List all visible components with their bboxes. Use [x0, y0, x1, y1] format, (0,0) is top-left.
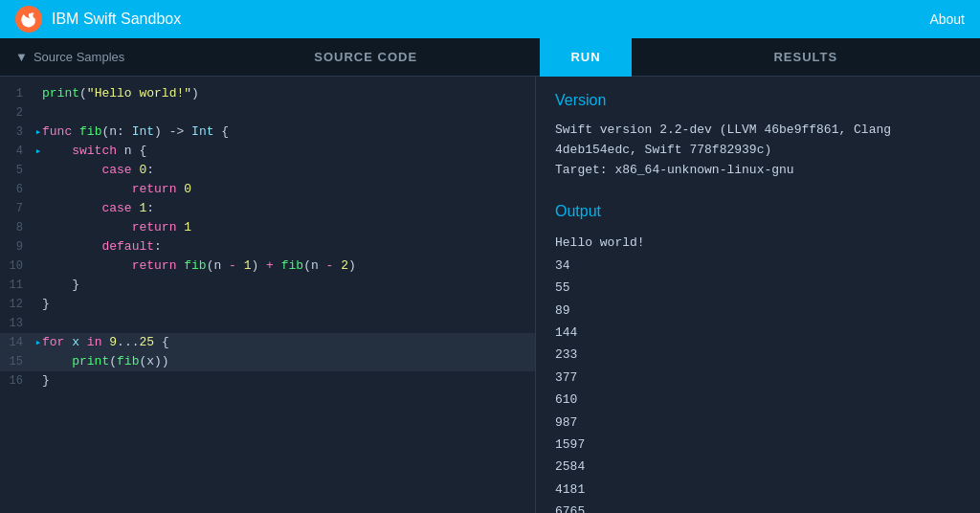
app-header: IBM Swift Sandbox About [0, 0, 980, 38]
output-line: 89 [555, 300, 961, 322]
version-title: Version [555, 92, 961, 109]
source-samples-dropdown[interactable]: ▼ Source Samples [0, 50, 191, 64]
output-line: 377 [555, 367, 961, 389]
about-button[interactable]: About [929, 11, 965, 27]
code-line-5: 5 case 0: [0, 161, 535, 180]
output-line: 6765 [555, 501, 961, 513]
code-line-3: 3 ▸ func fib(n: Int) -> Int { [0, 123, 535, 142]
code-line-14: 14 ▸ for x in 9...25 { [0, 333, 535, 352]
code-line-11: 11 } [0, 276, 535, 295]
code-line-13: 13 [0, 314, 535, 333]
output-line: 144 [555, 322, 961, 344]
code-line-10: 10 return fib(n - 1) + fib(n - 2) [0, 256, 535, 276]
output-line: 987 [555, 412, 961, 434]
code-line-2: 2 [0, 103, 535, 123]
chevron-down-icon: ▼ [15, 50, 28, 64]
toolbar: ▼ Source Samples SOURCE CODE RUN RESULTS [0, 38, 980, 77]
main-content: 1 print("Hello world!") 2 3 ▸ func fib(n… [0, 77, 980, 513]
source-samples-label: Source Samples [33, 50, 124, 64]
source-code-tab[interactable]: SOURCE CODE [191, 50, 540, 64]
code-line-15: 15 print(fib(x)) [0, 352, 535, 371]
code-line-8: 8 return 1 [0, 218, 535, 237]
code-line-6: 6 return 0 [0, 180, 535, 199]
output-line: 34 [555, 255, 961, 277]
code-editor[interactable]: 1 print("Hello world!") 2 3 ▸ func fib(n… [0, 77, 536, 513]
code-line-12: 12 } [0, 295, 535, 314]
output-line: 233 [555, 344, 961, 366]
code-line-7: 7 case 1: [0, 199, 535, 218]
output-values: Hello world!3455891442333776109871597258… [555, 232, 961, 513]
output-title: Output [555, 203, 961, 220]
output-line: Hello world! [555, 232, 961, 254]
app-title: IBM Swift Sandbox [52, 11, 181, 28]
output-line: 610 [555, 389, 961, 411]
output-line: 55 [555, 277, 961, 299]
code-line-1: 1 print("Hello world!") [0, 84, 535, 103]
output-line: 4181 [555, 479, 961, 501]
swift-logo-icon [15, 6, 42, 33]
results-panel: Version Swift version 2.2-dev (LLVM 46be… [536, 77, 980, 513]
run-button[interactable]: RUN [540, 38, 631, 77]
code-line-9: 9 default: [0, 237, 535, 256]
output-line: 1597 [555, 434, 961, 456]
results-tab[interactable]: RESULTS [632, 50, 980, 64]
header-left: IBM Swift Sandbox [15, 6, 181, 33]
version-info: Swift version 2.2-dev (LLVM 46be9ff861, … [555, 121, 961, 180]
output-line: 2584 [555, 456, 961, 478]
code-line-16: 16 } [0, 371, 535, 390]
code-line-4: 4 ▸ switch n { [0, 142, 535, 161]
